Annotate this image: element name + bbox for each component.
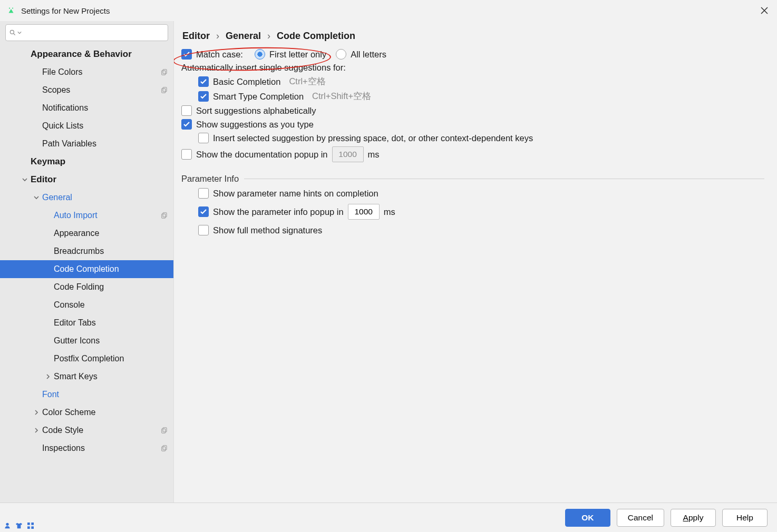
full-sig-label: Show full method signatures <box>213 225 322 235</box>
full-sig-checkbox[interactable] <box>198 225 209 235</box>
scope-copy-icon <box>161 427 168 434</box>
scope-copy-icon <box>161 86 168 94</box>
person-icon <box>3 521 12 530</box>
doc-popup-label: Show the documentation popup in <box>196 150 328 160</box>
divider <box>244 179 764 179</box>
help-button[interactable]: Help <box>722 509 768 527</box>
tree-item-smart-keys[interactable]: Smart Keys <box>0 368 173 386</box>
insert-on-space-label: Insert selected suggestion by pressing s… <box>213 133 533 143</box>
param-hints-checkbox[interactable] <box>198 188 209 199</box>
tshirt-icon <box>15 521 23 530</box>
param-popup-delay-input[interactable] <box>348 204 380 220</box>
tree-item-auto-import[interactable]: Auto Import <box>0 206 173 224</box>
breadcrumb-item[interactable]: Code Completion <box>277 31 355 42</box>
basic-completion-checkbox[interactable] <box>198 76 209 87</box>
chevron-down-icon <box>17 31 22 35</box>
tree-item-label: Gutter Icons <box>54 336 100 346</box>
tree-item-scopes[interactable]: Scopes <box>0 81 173 99</box>
tree-item-code-folding[interactable]: Code Folding <box>0 278 173 296</box>
tree-item-path-variables[interactable]: Path Variables <box>0 135 173 153</box>
svg-rect-9 <box>163 428 167 432</box>
match-case-checkbox[interactable] <box>181 49 192 60</box>
param-popup-checkbox[interactable] <box>198 206 209 217</box>
first-letter-label: First letter only <box>269 50 326 60</box>
show-as-type-checkbox[interactable] <box>181 119 192 130</box>
smart-completion-checkbox[interactable] <box>198 91 209 102</box>
breadcrumb-item[interactable]: General <box>226 31 261 42</box>
tree-item-quick-lists[interactable]: Quick Lists <box>0 117 173 135</box>
first-letter-radio[interactable] <box>255 49 265 60</box>
tree-item-postfix-completion[interactable]: Postfix Completion <box>0 350 173 368</box>
expand-icon[interactable] <box>21 177 28 182</box>
tree-item-gutter-icons[interactable]: Gutter Icons <box>0 332 173 350</box>
doc-popup-delay-input[interactable] <box>332 146 364 162</box>
search-field[interactable] <box>22 28 164 37</box>
dialog-footer: OK Cancel Apply Help <box>0 503 777 532</box>
titlebar: Settings for New Projects <box>0 0 777 21</box>
tree-item-label: Code Style <box>42 426 83 435</box>
tree-item-appearance-behavior[interactable]: Appearance & Behavior <box>0 45 173 63</box>
svg-rect-6 <box>162 88 166 93</box>
close-button[interactable] <box>758 4 771 17</box>
tree-item-code-completion[interactable]: Code Completion <box>0 260 173 278</box>
svg-rect-11 <box>163 446 167 450</box>
param-popup-label: Show the parameter info popup in <box>213 207 344 217</box>
svg-rect-13 <box>27 523 30 525</box>
smart-completion-shortcut: Ctrl+Shift+空格 <box>312 91 371 102</box>
tree-item-editor-tabs[interactable]: Editor Tabs <box>0 314 173 332</box>
smart-completion-label: Smart Type Completion <box>213 92 304 102</box>
svg-rect-12 <box>162 447 166 451</box>
scope-copy-icon <box>161 68 168 76</box>
all-letters-label: All letters <box>351 50 386 60</box>
expand-icon[interactable] <box>33 195 40 200</box>
tree-item-appearance[interactable]: Appearance <box>0 224 173 242</box>
search-icon <box>9 29 16 36</box>
tree-item-file-colors[interactable]: File Colors <box>0 63 173 81</box>
cancel-button[interactable]: Cancel <box>617 509 664 527</box>
tree-item-editor[interactable]: Editor <box>0 171 173 189</box>
insert-on-space-checkbox[interactable] <box>198 133 209 143</box>
tree-item-label: Smart Keys <box>54 372 98 381</box>
svg-rect-3 <box>163 70 167 74</box>
android-studio-icon <box>6 6 16 15</box>
tree-item-label: Inspections <box>42 444 85 453</box>
tree-item-font[interactable]: Font <box>0 386 173 403</box>
expand-icon[interactable] <box>44 374 52 379</box>
svg-point-1 <box>12 7 13 8</box>
svg-point-2 <box>10 30 14 34</box>
sort-alpha-checkbox[interactable] <box>181 105 192 116</box>
svg-rect-8 <box>162 214 166 218</box>
all-letters-radio[interactable] <box>336 49 346 60</box>
scope-copy-icon <box>161 212 168 219</box>
tree-item-label: Breadcrumbs <box>54 247 104 256</box>
tree-item-keymap[interactable]: Keymap <box>0 153 173 171</box>
tree-item-label: Path Variables <box>42 139 96 149</box>
tree-item-label: Editor <box>31 174 56 185</box>
expand-icon[interactable] <box>33 410 40 415</box>
tree-item-notifications[interactable]: Notifications <box>0 99 173 117</box>
window-title: Settings for New Projects <box>21 6 758 15</box>
svg-rect-4 <box>162 71 166 75</box>
tree-item-label: Color Scheme <box>42 408 95 417</box>
tree-item-breadcrumbs[interactable]: Breadcrumbs <box>0 242 173 260</box>
expand-icon[interactable] <box>33 428 40 433</box>
ok-button[interactable]: OK <box>565 509 610 527</box>
tree-item-label: General <box>42 193 72 202</box>
tree-item-label: Code Folding <box>54 282 104 292</box>
tree-item-general[interactable]: General <box>0 189 173 206</box>
tree-item-console[interactable]: Console <box>0 296 173 314</box>
tree-item-color-scheme[interactable]: Color Scheme <box>0 403 173 421</box>
grid-icon <box>26 521 35 530</box>
chevron-right-icon: › <box>216 31 219 42</box>
doc-popup-checkbox[interactable] <box>181 149 192 160</box>
apply-button[interactable]: Apply <box>671 509 716 527</box>
breadcrumb-item[interactable]: Editor <box>182 31 210 42</box>
match-case-label: Match case: <box>196 50 243 60</box>
doc-popup-unit: ms <box>368 150 380 160</box>
svg-rect-7 <box>163 213 167 217</box>
parameter-info-header: Parameter Info <box>181 174 239 184</box>
tree-item-code-style[interactable]: Code Style <box>0 421 173 439</box>
search-input[interactable] <box>5 24 168 41</box>
svg-rect-10 <box>162 429 166 433</box>
tree-item-inspections[interactable]: Inspections <box>0 439 173 457</box>
